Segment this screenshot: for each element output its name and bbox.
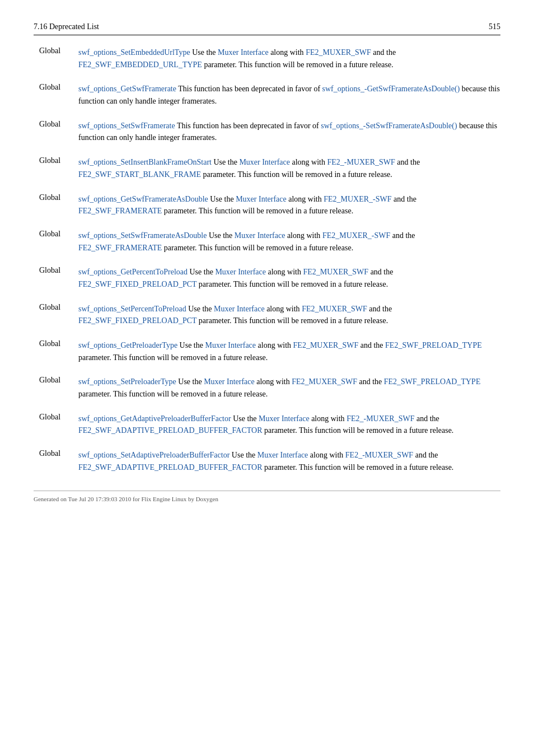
entry-content: swf_options_GetSwfFramerate This functio… (78, 83, 500, 107)
entry-label: Global (39, 156, 78, 180)
entry-ref-link[interactable]: FE2_SWF_PRELOAD_TYPE (384, 377, 481, 386)
footer: Generated on Tue Jul 20 17:39:03 2010 fo… (34, 491, 500, 502)
entry-content: swf_options_SetSwfFramerate This functio… (78, 120, 500, 144)
entry-content: swf_options_GetAdaptivePreloaderBufferFa… (78, 413, 500, 437)
entry-main-link[interactable]: swf_options_SetPreloaderType (78, 377, 176, 386)
entry-ref-link[interactable]: FE2_MUXER_SWF (293, 341, 359, 349)
entry-ref-link[interactable]: FE2_MUXER_SWF (306, 48, 371, 57)
entry-label: Global (39, 120, 78, 144)
entry-main-link[interactable]: swf_options_GetSwfFramerateAsDouble (78, 195, 208, 203)
entry-main-link[interactable]: swf_options_SetInsertBlankFrameOnStart (78, 158, 212, 166)
page-number: 515 (489, 22, 500, 31)
entry-main-link[interactable]: swf_options_GetPreloaderType (78, 341, 177, 349)
list-item: Global swf_options_GetSwfFramerateAsDoub… (34, 193, 500, 217)
entry-ref-link[interactable]: FE2_SWF_FIXED_PRELOAD_PCT (78, 316, 196, 325)
entry-main-link[interactable]: swf_options_SetAdaptivePreloaderBufferFa… (78, 451, 229, 459)
entry-ref-link[interactable]: FE2_MUXER_-​SWF (322, 231, 390, 240)
list-item: Global swf_options_GetSwfFramerate This … (34, 83, 500, 107)
entry-ref-link[interactable]: Muxer Interface (257, 451, 308, 459)
entry-ref-link[interactable]: FE2_MUXER_SWF (302, 305, 367, 313)
entry-ref-link[interactable]: FE2_SWF_PRELOAD_TYPE (385, 341, 482, 349)
entry-label: Global (39, 83, 78, 107)
entry-ref-link[interactable]: FE2_MUXER_SWF (303, 268, 368, 276)
entry-ref-link[interactable]: Muxer Interface (259, 414, 310, 423)
entry-label: Global (39, 413, 78, 437)
entry-label: Global (39, 449, 78, 473)
entry-main-link[interactable]: swf_options_SetSwfFramerate (78, 122, 175, 130)
list-item: Global swf_options_GetPreloaderType Use … (34, 339, 500, 363)
entry-label: Global (39, 266, 78, 290)
entry-content: swf_options_GetPreloaderType Use the Mux… (78, 339, 500, 363)
entry-main-link[interactable]: swf_options_GetAdaptivePreloaderBufferFa… (78, 414, 231, 423)
entry-ref-link[interactable]: FE2_-​MUXER_SWF (345, 451, 413, 459)
entry-ref-link[interactable]: Muxer Interface (204, 377, 255, 386)
entry-content: swf_options_GetPercentToPreload Use the … (78, 266, 500, 290)
list-item: Global swf_options_GetAdaptivePreloaderB… (34, 413, 500, 437)
entry-ref-link[interactable]: FE2_MUXER_-​SWF (324, 195, 391, 203)
entry-label: Global (39, 339, 78, 363)
entry-ref-link[interactable]: Muxer Interface (218, 48, 269, 57)
list-item: Global swf_options_SetPercentToPreload U… (34, 303, 500, 327)
entry-label: Global (39, 376, 78, 400)
entry-ref-link[interactable]: FE2_-​MUXER_SWF (327, 158, 395, 166)
list-item: Global swf_options_SetSwfFramerateAsDoub… (34, 230, 500, 254)
entry-ref-link[interactable]: Muxer Interface (214, 305, 265, 313)
entry-ref-link[interactable]: FE2_SWF_FIXED_PRELOAD_PCT (78, 280, 196, 288)
entry-label: Global (39, 230, 78, 254)
entry-main-link[interactable]: swf_options_GetSwfFramerate (78, 85, 176, 93)
entry-content: swf_options_SetEmbeddedUrlType Use the M… (78, 46, 500, 71)
entry-content: swf_options_GetSwfFramerateAsDouble Use … (78, 193, 500, 217)
entry-ref-link[interactable]: Muxer Interface (236, 195, 287, 203)
entry-content: swf_options_SetInsertBlankFrameOnStart U… (78, 156, 500, 180)
page-container: 7.16 Deprecated List 515 Global swf_opti… (0, 0, 534, 525)
footer-text: Generated on Tue Jul 20 17:39:03 2010 fo… (34, 496, 218, 502)
entry-content: swf_options_SetSwfFramerateAsDouble Use … (78, 230, 500, 254)
entry-content: swf_options_SetAdaptivePreloaderBufferFa… (78, 449, 500, 473)
entry-label: Global (39, 303, 78, 327)
entry-content: swf_options_SetPreloaderType Use the Mux… (78, 376, 500, 400)
entry-ref-link[interactable]: Muxer Interface (239, 158, 290, 166)
entry-content: swf_options_SetPercentToPreload Use the … (78, 303, 500, 327)
entry-ref-link[interactable]: FE2_SWF_START_BLANK_FRAME (78, 170, 201, 179)
entry-ref-link[interactable]: FE2_MUXER_SWF (292, 377, 357, 386)
entry-ref-link[interactable]: swf_options_-​SetSwfFramerateAsDouble() (321, 122, 457, 130)
entry-main-link[interactable]: swf_options_GetPercentToPreload (78, 268, 188, 276)
list-item: Global swf_options_SetSwfFramerate This … (34, 120, 500, 144)
list-item: Global swf_options_SetEmbeddedUrlType Us… (34, 46, 500, 71)
entry-ref-link[interactable]: FE2_SWF_ADAPTIVE_PRELOAD_BUFFER_FACTOR (78, 426, 263, 435)
list-item: Global swf_options_GetPercentToPreload U… (34, 266, 500, 290)
entry-main-link[interactable]: swf_options_SetSwfFramerateAsDouble (78, 231, 207, 240)
entry-ref-link[interactable]: FE2_SWF_EMBEDDED_URL_TYPE (78, 60, 202, 69)
section-title: 7.16 Deprecated List (34, 22, 99, 31)
entry-ref-link[interactable]: swf_options_-​GetSwfFramerateAsDouble() (322, 85, 460, 93)
entry-ref-link[interactable]: FE2_SWF_ADAPTIVE_PRELOAD_BUFFER_FACTOR (78, 463, 263, 472)
entry-ref-link[interactable]: FE2_SWF_FRAMERATE (78, 244, 162, 252)
entry-label: Global (39, 193, 78, 217)
entry-ref-link[interactable]: Muxer Interface (205, 341, 256, 349)
page-header: 7.16 Deprecated List 515 (34, 22, 500, 35)
entry-ref-link[interactable]: Muxer Interface (215, 268, 266, 276)
entry-label: Global (39, 46, 78, 71)
entry-main-link[interactable]: swf_options_SetPercentToPreload (78, 305, 186, 313)
list-item: Global swf_options_SetPreloaderType Use … (34, 376, 500, 400)
entry-main-link[interactable]: swf_options_SetEmbeddedUrlType (78, 48, 190, 57)
entry-ref-link[interactable]: Muxer Interface (235, 231, 285, 240)
entry-ref-link[interactable]: FE2_SWF_FRAMERATE (78, 207, 162, 215)
list-item: Global swf_options_SetAdaptivePreloaderB… (34, 449, 500, 473)
entries-container: Global swf_options_SetEmbeddedUrlType Us… (34, 46, 500, 474)
entry-ref-link[interactable]: FE2_-​MUXER_SWF (346, 414, 414, 423)
list-item: Global swf_options_SetInsertBlankFrameOn… (34, 156, 500, 180)
